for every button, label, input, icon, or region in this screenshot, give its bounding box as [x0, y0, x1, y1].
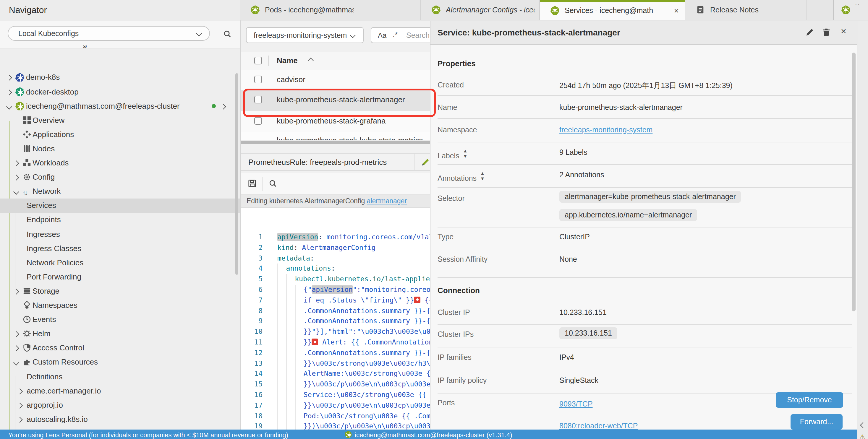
forward-button[interactable]: Forward...	[790, 414, 843, 430]
sidebar-item-acme-cert-manager-io[interactable]: acme.cert-manager.io	[0, 384, 240, 398]
sidebar-item-overview[interactable]: Overview	[0, 113, 240, 127]
access-control-icon	[23, 344, 31, 352]
select-all-checkbox[interactable]	[254, 57, 262, 64]
chevron-right-icon[interactable]	[13, 331, 19, 337]
chevron-right-icon[interactable]	[17, 388, 23, 394]
match-case-icon[interactable]: Aa	[378, 31, 386, 40]
siren-emoji	[414, 297, 421, 303]
network-icon: ↑↓	[23, 187, 27, 197]
chevron-down-icon[interactable]	[13, 189, 19, 195]
ip-families-value: IPv4	[559, 353, 574, 362]
namespace-select[interactable]: freeleaps-monitoring-system	[246, 27, 364, 43]
sidebar-item-network[interactable]: ↑↓Network	[0, 184, 240, 199]
name-column-header[interactable]: Name	[277, 56, 298, 65]
chevron-right-icon[interactable]	[13, 346, 19, 351]
kubeconfig-select[interactable]: Local Kubeconfigs	[8, 26, 210, 41]
sidebar-item-port-forwarding[interactable]: Port Forwarding	[0, 270, 240, 284]
chevron-right-icon[interactable]	[17, 402, 23, 408]
chevron-right-icon[interactable]	[13, 160, 19, 166]
lens-app-window: Navigator Pods - icecheng@mathmas...Aler…	[0, 0, 868, 439]
tab-services-icecheng-math-[interactable]: Services - icecheng@math...×	[540, 0, 685, 20]
sidebar-item-label: docker-desktop	[26, 87, 79, 96]
tab-label: Alertmanager Configs - icec...	[446, 6, 534, 14]
siren-emoji	[312, 339, 318, 345]
row-checkbox[interactable]	[254, 117, 262, 125]
chevron-down-icon[interactable]	[6, 103, 12, 109]
chevron-right-icon[interactable]	[6, 75, 12, 81]
sidebar-item-ingress-classes[interactable]: Ingress Classes	[0, 241, 240, 256]
sort-arrows-icon[interactable]: ▲▼	[463, 148, 467, 159]
sidebar-item-label: Network	[33, 187, 61, 196]
sidebar-item-icecheng-mathmast-com-freeleap[interactable]: icecheng@mathmast.com@freeleaps-cluster	[0, 99, 240, 113]
chevron-right-icon[interactable]	[17, 417, 23, 423]
stop-remove-button[interactable]: Stop/Remove	[776, 392, 843, 408]
warning-icon[interactable]: ⚠	[859, 433, 866, 439]
tab-alertmanager-configs-ice[interactable]: Alertmanager Configs - icec...	[421, 0, 540, 20]
sidebar-item-argoproj-io[interactable]: argoproj.io	[0, 398, 240, 412]
overview-icon	[23, 115, 31, 124]
chevron-down-icon[interactable]	[13, 360, 19, 366]
sidebar-item-label: Overview	[33, 115, 64, 124]
close-icon[interactable]: ×	[841, 26, 846, 37]
sidebar-item-applications[interactable]: Applications	[0, 128, 240, 142]
created-value: 254d 17h 50m ago (2025年1月13日 GMT+8 1:25:…	[559, 81, 733, 91]
line-number: 8	[240, 306, 262, 316]
sidebar-item-label: Storage	[33, 286, 59, 296]
cluster-tree: g demo-k8sdocker-desktopicecheng@mathmas…	[0, 48, 240, 430]
line-number: 9	[240, 316, 262, 327]
custom-resources-icon	[23, 358, 31, 367]
connection-heading: Connection	[438, 286, 480, 295]
sort-arrows-icon[interactable]: ▲▼	[480, 171, 484, 181]
tab-release-notes[interactable]: Release Notes	[685, 0, 807, 20]
table-horizontal-scrollbar[interactable]	[240, 141, 433, 144]
created-label: Created	[438, 81, 464, 89]
sidebar-item-cert-manager-io[interactable]: cert-manager.io	[0, 427, 240, 430]
chevron-right-icon[interactable]	[13, 175, 19, 180]
row-checkbox[interactable]	[254, 76, 262, 83]
sidebar-item-ingresses[interactable]: Ingresses	[0, 227, 240, 241]
sidebar-item-label: argoproj.io	[27, 400, 63, 409]
sidebar-item-label: acme.cert-manager.io	[27, 386, 101, 395]
sidebar-item-label: Services	[27, 201, 56, 210]
sidebar-item-network-policies[interactable]: Network Policies	[0, 256, 240, 270]
sidebar-item-label: Nodes	[33, 144, 55, 153]
edit-icon[interactable]	[805, 28, 814, 37]
regex-icon[interactable]: .*	[393, 30, 398, 39]
close-tab-icon[interactable]: ×	[674, 6, 679, 15]
editing-info-text: Editing kubernetes AlertmanagerConfig	[247, 197, 367, 204]
sidebar-item-events[interactable]: Events	[0, 312, 240, 327]
sidebar-item-workloads[interactable]: Workloads	[0, 156, 240, 170]
line-number: 19	[240, 421, 262, 430]
sidebar-scrollbar[interactable]	[235, 73, 238, 275]
sidebar-item-docker-desktop[interactable]: docker-desktop	[0, 85, 240, 99]
sidebar-item-demo-k8s[interactable]: demo-k8s	[0, 71, 240, 85]
sidebar-item-nodes[interactable]: Nodes	[0, 142, 240, 156]
overflow-tab[interactable]	[833, 0, 868, 20]
edit-icon[interactable]	[421, 158, 430, 167]
sidebar-item-autoscaling-k8s-io[interactable]: autoscaling.k8s.io	[0, 412, 240, 427]
sort-asc-icon[interactable]	[308, 58, 314, 64]
chevron-right-icon[interactable]	[13, 289, 19, 295]
sidebar-item-helm[interactable]: Helm	[0, 327, 240, 341]
sidebar-item-definitions[interactable]: Definitions	[0, 370, 240, 384]
sidebar-item-services[interactable]: Services	[0, 199, 240, 213]
line-number: 1	[240, 232, 262, 243]
editing-resource-link[interactable]: alertmanager	[367, 197, 407, 204]
sidebar-item-config[interactable]: Config	[0, 170, 240, 184]
delete-icon[interactable]	[822, 28, 831, 37]
chevron-right-icon[interactable]	[220, 103, 226, 109]
save-icon[interactable]	[248, 179, 257, 188]
search-icon[interactable]	[223, 30, 232, 38]
sidebar-item-custom-resources[interactable]: Custom Resources	[0, 356, 240, 370]
drawer-scrollbar[interactable]	[852, 53, 856, 311]
tab-pods-icecheng-mathmas-[interactable]: Pods - icecheng@mathmas...	[240, 0, 421, 20]
sidebar-item-storage[interactable]: Storage	[0, 284, 240, 298]
sidebar-item-namespaces[interactable]: Namespaces	[0, 298, 240, 312]
sidebar-item-access-control[interactable]: Access Control	[0, 341, 240, 356]
chevron-right-icon[interactable]	[6, 89, 12, 95]
search-icon[interactable]	[269, 179, 277, 188]
service-name-cell: cadvisor	[277, 75, 305, 84]
collapse-left-icon[interactable]	[860, 422, 866, 428]
sidebar-item-endpoints[interactable]: Endpoints	[0, 213, 240, 227]
namespace-link[interactable]: freeleaps-monitoring-system	[559, 126, 652, 134]
